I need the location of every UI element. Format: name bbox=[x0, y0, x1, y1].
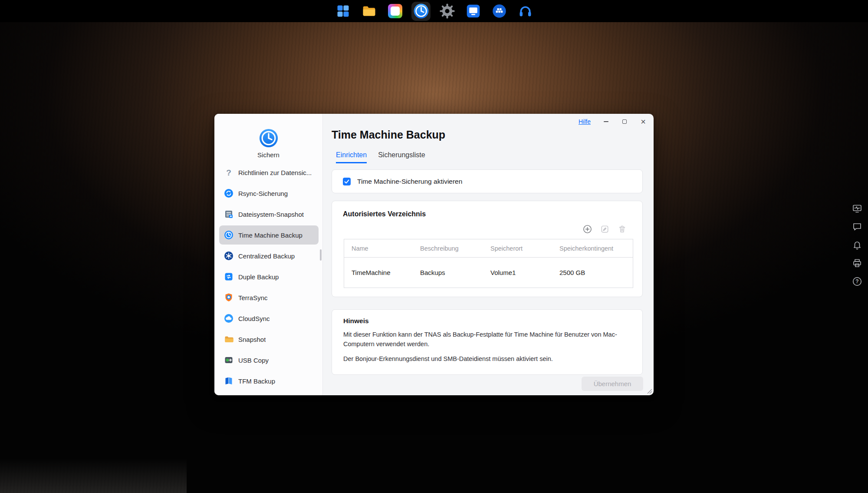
window-titlebar-controls: Hilfe × bbox=[579, 118, 647, 125]
bell-icon[interactable] bbox=[852, 240, 862, 250]
quick-access-bar: ? bbox=[852, 203, 862, 287]
tab-bar: Einrichten Sicherungsliste bbox=[336, 151, 425, 163]
maximize-button[interactable] bbox=[621, 118, 628, 125]
cell-name: TimeMachine bbox=[352, 269, 420, 276]
edit-directory-button[interactable] bbox=[600, 225, 609, 234]
table-header-row: Name Beschreibung Speicherort Speicherko… bbox=[344, 239, 633, 258]
tab-sicherungsliste[interactable]: Sicherungsliste bbox=[378, 151, 425, 163]
backup-app-icon[interactable] bbox=[411, 2, 431, 21]
cell-description: Backups bbox=[420, 269, 490, 276]
column-description: Beschreibung bbox=[420, 245, 490, 252]
tfm-backup-icon bbox=[224, 376, 234, 386]
sidebar-item-duple-backup[interactable]: Duple Backup bbox=[219, 267, 319, 286]
hint-paragraph-1: Mit dieser Funktion kann der TNAS als Ba… bbox=[343, 330, 625, 349]
column-quota: Speicherkontingent bbox=[559, 245, 633, 252]
column-name: Name bbox=[352, 245, 420, 252]
sidebar-item-cloudsync[interactable]: CloudSync bbox=[219, 309, 319, 328]
window-resize-handle[interactable] bbox=[646, 388, 652, 394]
enable-checkbox-label: Time Machine-Sicherung aktivieren bbox=[357, 178, 462, 185]
hint-title: Hinweis bbox=[343, 317, 631, 325]
backup-app-window: Sichern ? Richtlinien zur Datensic... Rs… bbox=[214, 114, 654, 395]
time-machine-icon bbox=[224, 230, 234, 240]
filesystem-snapshot-icon bbox=[224, 209, 234, 219]
photos-icon[interactable] bbox=[385, 2, 404, 21]
delete-directory-button[interactable] bbox=[618, 225, 627, 234]
printer-icon[interactable] bbox=[852, 258, 862, 268]
hint-paragraph-2: Der Bonjour-Erkennungsdienst und SMB-Dat… bbox=[343, 354, 625, 364]
sidebar-item-terrasync[interactable]: TerraSync bbox=[219, 288, 319, 307]
sidebar-item-centralized-backup[interactable]: Centralized Backup bbox=[219, 246, 319, 265]
rsync-icon bbox=[224, 188, 234, 199]
window-main: Time Machine Backup Einrichten Sicherung… bbox=[322, 114, 654, 395]
svg-text:?: ? bbox=[855, 278, 858, 285]
photos-icon-frame bbox=[388, 4, 402, 18]
cell-location: Volume1 bbox=[490, 269, 559, 276]
enable-timemachine-checkbox[interactable] bbox=[343, 178, 351, 185]
authorized-directory-table: Name Beschreibung Speicherort Speicherko… bbox=[344, 239, 633, 288]
sidebar-item-usb-copy[interactable]: USB Copy bbox=[219, 351, 319, 370]
check-icon bbox=[344, 179, 350, 185]
dock bbox=[0, 0, 868, 22]
resource-monitor-icon[interactable] bbox=[852, 203, 862, 214]
photos-icon-center bbox=[391, 7, 400, 16]
snapshot-icon bbox=[224, 334, 234, 344]
maximize-icon bbox=[622, 119, 627, 124]
sidebar-scrollbar[interactable] bbox=[320, 249, 322, 261]
close-button[interactable]: × bbox=[640, 118, 647, 125]
directory-toolbar bbox=[583, 225, 627, 234]
chat-icon[interactable] bbox=[852, 222, 862, 232]
page-title: Time Machine Backup bbox=[332, 129, 445, 141]
enable-card: Time Machine-Sicherung aktivieren bbox=[332, 169, 643, 193]
minimize-button[interactable] bbox=[602, 118, 609, 125]
close-icon: × bbox=[641, 117, 646, 126]
add-directory-button[interactable] bbox=[583, 225, 592, 234]
sidebar-item-time-machine[interactable]: Time Machine Backup bbox=[219, 225, 319, 245]
column-location: Speicherort bbox=[490, 245, 559, 252]
help-link[interactable]: Hilfe bbox=[579, 118, 591, 125]
sidebar-item-richtlinien[interactable]: ? Richtlinien zur Datensic... bbox=[219, 163, 319, 182]
app-name: Sichern bbox=[257, 151, 279, 159]
settings-icon[interactable] bbox=[437, 2, 457, 21]
centralized-backup-icon bbox=[224, 251, 234, 261]
authorized-directory-title: Autorisiertes Verzeichnis bbox=[343, 210, 426, 218]
monitor-app-icon[interactable] bbox=[464, 2, 483, 21]
control-panel-icon[interactable] bbox=[333, 2, 352, 21]
docker-app-icon[interactable] bbox=[490, 2, 509, 21]
terrasync-icon bbox=[224, 292, 234, 303]
file-manager-icon[interactable] bbox=[359, 2, 378, 21]
support-headset-icon[interactable] bbox=[516, 2, 535, 21]
usb-copy-icon bbox=[224, 355, 234, 365]
help-circle-icon[interactable]: ? bbox=[852, 276, 862, 287]
app-badge: Sichern bbox=[214, 128, 322, 159]
duple-backup-icon bbox=[224, 271, 234, 282]
cloudsync-icon bbox=[224, 313, 234, 324]
sidebar-item-tfm-backup[interactable]: TFM Backup bbox=[219, 371, 319, 390]
question-icon: ? bbox=[224, 167, 234, 178]
apply-button[interactable]: Übernehmen bbox=[582, 377, 643, 391]
minimize-icon bbox=[604, 121, 608, 122]
sidebar-item-snapshot[interactable]: Snapshot bbox=[219, 330, 319, 349]
sidebar-item-rsync[interactable]: Rsync-Sicherung bbox=[219, 184, 319, 203]
sidebar-items: ? Richtlinien zur Datensic... Rsync-Sich… bbox=[219, 163, 319, 390]
authorized-directory-card: Autorisiertes Verzeichnis bbox=[332, 201, 643, 297]
table-row[interactable]: TimeMachine Backups Volume1 2500 GB bbox=[344, 258, 633, 288]
cell-quota: 2500 GB bbox=[559, 269, 633, 276]
backup-app-logo-icon bbox=[259, 128, 279, 148]
hint-card: Hinweis Mit dieser Funktion kann der TNA… bbox=[332, 309, 643, 375]
window-sidebar: Sichern ? Richtlinien zur Datensic... Rs… bbox=[214, 114, 323, 395]
tab-einrichten[interactable]: Einrichten bbox=[336, 151, 367, 163]
sidebar-item-dateisystem-snapshot[interactable]: Dateisystem-Snapshot bbox=[219, 205, 319, 224]
